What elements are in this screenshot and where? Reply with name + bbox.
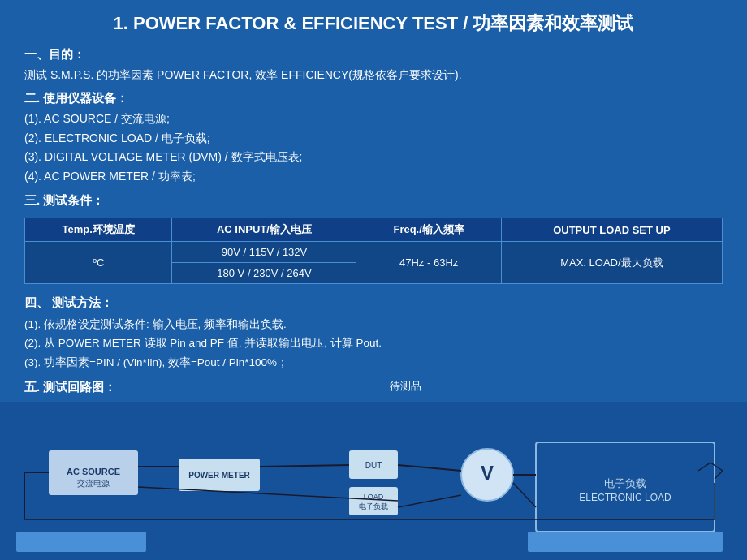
table-cell-acinput1: 90V / 115V / 132V <box>172 242 356 263</box>
svg-rect-2 <box>528 532 723 552</box>
svg-text:交流电源: 交流电源 <box>77 479 110 488</box>
svg-rect-10 <box>349 487 398 515</box>
dut-label: 待测品 <box>390 379 421 394</box>
svg-rect-1 <box>16 532 146 552</box>
table-cell-acinput2: 180 V / 230V / 264V <box>172 263 356 284</box>
svg-text:电子负载: 电子负载 <box>604 477 646 489</box>
table-cell-load: MAX. LOAD/最大负载 <box>501 242 722 284</box>
equipment-section: 二. 使用仪器设备： (1). AC SOURCE / 交流电源; (2). E… <box>0 86 747 188</box>
method-item-3: (3). 功率因素=PIN / (Vin*Iin), 效率=Pout / Pin… <box>24 353 723 373</box>
conditions-section: 三. 测试条件： <box>0 188 747 213</box>
circuit-header: 五. 测试回路图： <box>24 377 723 398</box>
method-item-1: (1). 依规格设定测试条件: 输入电压, 频率和输出负载. <box>24 315 723 334</box>
purpose-text: 测试 S.M.P.S. 的功率因素 POWER FACTOR, 效率 EFFIC… <box>24 66 723 85</box>
conditions-header: 三. 测试条件： <box>24 190 723 211</box>
purpose-section: 一、目的： 测试 S.M.P.S. 的功率因素 POWER FACTOR, 效率… <box>0 42 747 86</box>
col-header-load: OUTPUT LOAD SET UP <box>501 218 722 242</box>
equipment-item-3: (3). DIGITAL VOLTAGE METER (DVM) / 数字式电压… <box>24 148 723 167</box>
equipment-item-1: (1). AC SOURCE / 交流电源; <box>24 110 723 129</box>
equipment-item-2: (2). ELECTRONIC LOAD / 电子负载; <box>24 129 723 149</box>
svg-text:V: V <box>481 462 494 484</box>
col-header-acinput: AC INPUT/输入电压 <box>172 218 356 242</box>
svg-text:POWER METER: POWER METER <box>188 471 250 480</box>
svg-text:DUT: DUT <box>365 461 382 470</box>
equipment-header: 二. 使用仪器设备： <box>24 88 723 109</box>
svg-text:ELECTRONIC LOAD: ELECTRONIC LOAD <box>579 492 671 503</box>
svg-text:电子负载: 电子负载 <box>359 502 388 510</box>
equipment-item-4: (4). AC POWER METER / 功率表; <box>24 167 723 187</box>
svg-text:AC SOURCE: AC SOURCE <box>67 467 120 476</box>
circuit-svg: AC SOURCE 交流电源 POWER METER DUT LOAD 电子负载… <box>0 402 747 560</box>
table-cell-temp: ºC <box>25 242 172 284</box>
method-section: 四、 测试方法： (1). 依规格设定测试条件: 输入电压, 频率和输出负载. … <box>0 289 747 373</box>
circuit-diagram: AC SOURCE 交流电源 POWER METER DUT LOAD 电子负载… <box>0 402 747 560</box>
method-item-2: (2). 从 POWER METER 读取 Pin and PF 值, 并读取输… <box>24 334 723 353</box>
col-header-freq: Freq./输入频率 <box>356 218 501 242</box>
page-title: 1. POWER FACTOR & EFFICIENCY TEST / 功率因素… <box>0 0 747 42</box>
method-header: 四、 测试方法： <box>24 292 723 313</box>
table-cell-freq: 47Hz - 63Hz <box>356 242 501 284</box>
purpose-header: 一、目的： <box>24 44 723 65</box>
circuit-header-section: 五. 测试回路图： <box>0 374 747 398</box>
col-header-temp: Temp.环境温度 <box>25 218 172 242</box>
conditions-table: Temp.环境温度 AC INPUT/输入电压 Freq./输入频率 OUTPU… <box>24 218 723 284</box>
